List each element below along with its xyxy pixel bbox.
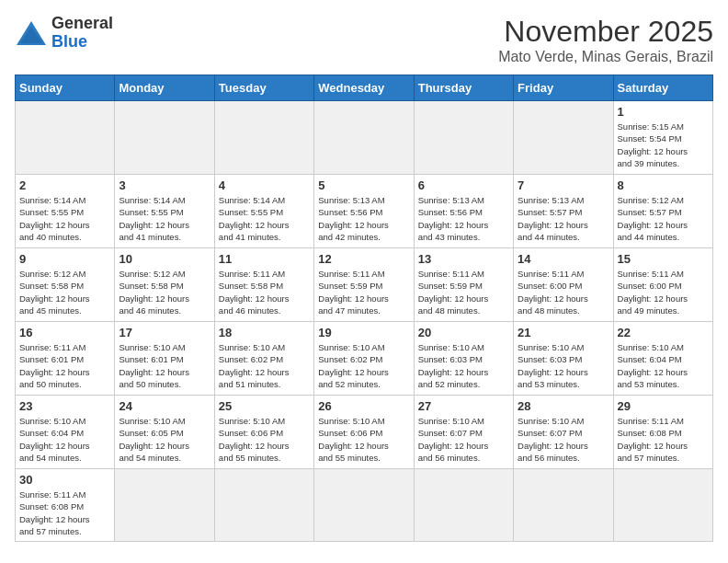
day-number: 6 — [418, 178, 509, 192]
calendar-cell: 23Sunrise: 5:10 AM Sunset: 6:04 PM Dayli… — [16, 396, 115, 469]
day-number: 25 — [219, 399, 310, 413]
calendar-cell: 3Sunrise: 5:14 AM Sunset: 5:55 PM Daylig… — [115, 175, 214, 248]
calendar-cell — [314, 469, 414, 542]
day-info: Sunrise: 5:10 AM Sunset: 6:06 PM Dayligh… — [318, 415, 409, 464]
day-info: Sunrise: 5:14 AM Sunset: 5:55 PM Dayligh… — [219, 194, 310, 243]
calendar-cell: 12Sunrise: 5:11 AM Sunset: 5:59 PM Dayli… — [314, 248, 414, 322]
calendar-cell: 26Sunrise: 5:10 AM Sunset: 6:06 PM Dayli… — [314, 396, 414, 469]
calendar-cell: 5Sunrise: 5:13 AM Sunset: 5:56 PM Daylig… — [314, 175, 414, 248]
calendar-cell: 7Sunrise: 5:13 AM Sunset: 5:57 PM Daylig… — [514, 175, 613, 248]
day-number: 30 — [19, 473, 110, 487]
calendar-cell — [613, 469, 712, 542]
day-info: Sunrise: 5:11 AM Sunset: 5:59 PM Dayligh… — [318, 268, 409, 316]
calendar-cell: 24Sunrise: 5:10 AM Sunset: 6:05 PM Dayli… — [115, 396, 214, 469]
day-info: Sunrise: 5:10 AM Sunset: 6:02 PM Dayligh… — [318, 341, 409, 390]
day-info: Sunrise: 5:10 AM Sunset: 6:03 PM Dayligh… — [418, 341, 509, 390]
day-info: Sunrise: 5:14 AM Sunset: 5:55 PM Dayligh… — [19, 194, 110, 243]
calendar-cell: 15Sunrise: 5:11 AM Sunset: 6:00 PM Dayli… — [613, 248, 712, 322]
day-info: Sunrise: 5:11 AM Sunset: 5:59 PM Dayligh… — [418, 268, 509, 316]
calendar-cell: 25Sunrise: 5:10 AM Sunset: 6:06 PM Dayli… — [214, 396, 313, 469]
calendar-cell: 1Sunrise: 5:15 AM Sunset: 5:54 PM Daylig… — [613, 101, 712, 175]
calendar-cell: 4Sunrise: 5:14 AM Sunset: 5:55 PM Daylig… — [214, 175, 313, 248]
day-number: 23 — [19, 399, 110, 413]
calendar-cell: 18Sunrise: 5:10 AM Sunset: 6:02 PM Dayli… — [214, 322, 313, 396]
day-number: 18 — [219, 326, 310, 339]
calendar-cell: 20Sunrise: 5:10 AM Sunset: 6:03 PM Dayli… — [414, 322, 513, 396]
day-number: 14 — [518, 252, 609, 266]
calendar-cell — [115, 469, 214, 542]
day-info: Sunrise: 5:10 AM Sunset: 6:04 PM Dayligh… — [618, 341, 709, 390]
day-info: Sunrise: 5:11 AM Sunset: 6:08 PM Dayligh… — [618, 415, 709, 464]
day-number: 2 — [19, 178, 110, 192]
calendar-cell: 30Sunrise: 5:11 AM Sunset: 6:08 PM Dayli… — [16, 469, 115, 542]
day-info: Sunrise: 5:14 AM Sunset: 5:55 PM Dayligh… — [119, 194, 210, 243]
day-info: Sunrise: 5:13 AM Sunset: 5:57 PM Dayligh… — [518, 194, 609, 243]
calendar-cell: 21Sunrise: 5:10 AM Sunset: 6:03 PM Dayli… — [514, 322, 613, 396]
calendar-cell: 17Sunrise: 5:10 AM Sunset: 6:01 PM Dayli… — [115, 322, 214, 396]
day-number: 15 — [618, 252, 709, 266]
day-number: 17 — [119, 326, 210, 339]
day-info: Sunrise: 5:11 AM Sunset: 5:58 PM Dayligh… — [219, 268, 310, 316]
calendar-cell — [514, 469, 613, 542]
day-number: 24 — [119, 399, 210, 413]
month-title: November 2025 — [498, 15, 713, 49]
day-number: 27 — [418, 399, 509, 413]
calendar-cell: 2Sunrise: 5:14 AM Sunset: 5:55 PM Daylig… — [16, 175, 115, 248]
location-title: Mato Verde, Minas Gerais, Brazil — [498, 49, 713, 65]
logo-text: GeneralBlue — [51, 15, 113, 52]
day-info: Sunrise: 5:11 AM Sunset: 6:01 PM Dayligh… — [19, 341, 110, 390]
calendar-cell — [16, 101, 115, 175]
weekday-header-friday: Friday — [514, 75, 613, 101]
calendar-cell: 6Sunrise: 5:13 AM Sunset: 5:56 PM Daylig… — [414, 175, 513, 248]
calendar-week-0: 1Sunrise: 5:15 AM Sunset: 5:54 PM Daylig… — [16, 101, 713, 175]
day-info: Sunrise: 5:13 AM Sunset: 5:56 PM Dayligh… — [418, 194, 509, 243]
calendar-cell: 28Sunrise: 5:10 AM Sunset: 6:07 PM Dayli… — [514, 396, 613, 469]
calendar-cell: 22Sunrise: 5:10 AM Sunset: 6:04 PM Dayli… — [613, 322, 712, 396]
day-number: 10 — [119, 252, 210, 266]
day-number: 29 — [618, 399, 709, 413]
day-info: Sunrise: 5:10 AM Sunset: 6:02 PM Dayligh… — [219, 341, 310, 390]
day-info: Sunrise: 5:15 AM Sunset: 5:54 PM Dayligh… — [618, 121, 709, 169]
day-number: 4 — [219, 178, 310, 192]
logo-icon — [15, 19, 48, 47]
calendar-cell: 19Sunrise: 5:10 AM Sunset: 6:02 PM Dayli… — [314, 322, 414, 396]
calendar-cell — [314, 101, 414, 175]
calendar-week-1: 2Sunrise: 5:14 AM Sunset: 5:55 PM Daylig… — [16, 175, 713, 248]
calendar-cell: 29Sunrise: 5:11 AM Sunset: 6:08 PM Dayli… — [613, 396, 712, 469]
day-info: Sunrise: 5:10 AM Sunset: 6:07 PM Dayligh… — [418, 415, 509, 464]
weekday-header-row: SundayMondayTuesdayWednesdayThursdayFrid… — [16, 75, 713, 101]
day-number: 1 — [618, 105, 709, 119]
day-number: 22 — [618, 326, 709, 339]
calendar-cell: 8Sunrise: 5:12 AM Sunset: 5:57 PM Daylig… — [613, 175, 712, 248]
calendar-week-4: 23Sunrise: 5:10 AM Sunset: 6:04 PM Dayli… — [16, 396, 713, 469]
day-info: Sunrise: 5:13 AM Sunset: 5:56 PM Dayligh… — [318, 194, 409, 243]
day-number: 26 — [318, 399, 409, 413]
calendar-cell — [115, 101, 214, 175]
calendar-cell — [414, 469, 513, 542]
calendar-week-2: 9Sunrise: 5:12 AM Sunset: 5:58 PM Daylig… — [16, 248, 713, 322]
calendar-cell: 27Sunrise: 5:10 AM Sunset: 6:07 PM Dayli… — [414, 396, 513, 469]
calendar-cell: 13Sunrise: 5:11 AM Sunset: 5:59 PM Dayli… — [414, 248, 513, 322]
day-number: 8 — [618, 178, 709, 192]
calendar-cell: 14Sunrise: 5:11 AM Sunset: 6:00 PM Dayli… — [514, 248, 613, 322]
calendar-week-3: 16Sunrise: 5:11 AM Sunset: 6:01 PM Dayli… — [16, 322, 713, 396]
day-info: Sunrise: 5:11 AM Sunset: 6:08 PM Dayligh… — [19, 488, 110, 537]
calendar-cell — [214, 469, 313, 542]
weekday-header-tuesday: Tuesday — [214, 75, 313, 101]
day-info: Sunrise: 5:10 AM Sunset: 6:04 PM Dayligh… — [19, 415, 110, 464]
calendar-cell: 11Sunrise: 5:11 AM Sunset: 5:58 PM Dayli… — [214, 248, 313, 322]
weekday-header-wednesday: Wednesday — [314, 75, 414, 101]
day-number: 3 — [119, 178, 210, 192]
weekday-header-saturday: Saturday — [613, 75, 712, 101]
day-info: Sunrise: 5:10 AM Sunset: 6:03 PM Dayligh… — [518, 341, 609, 390]
day-number: 12 — [318, 252, 409, 266]
calendar-cell — [514, 101, 613, 175]
title-section: November 2025 Mato Verde, Minas Gerais, … — [498, 15, 713, 65]
day-number: 28 — [518, 399, 609, 413]
weekday-header-monday: Monday — [115, 75, 214, 101]
day-info: Sunrise: 5:11 AM Sunset: 6:00 PM Dayligh… — [518, 268, 609, 316]
day-info: Sunrise: 5:10 AM Sunset: 6:06 PM Dayligh… — [219, 415, 310, 464]
day-number: 11 — [219, 252, 310, 266]
page-header: GeneralBlue November 2025 Mato Verde, Mi… — [15, 15, 713, 65]
calendar-cell — [214, 101, 313, 175]
